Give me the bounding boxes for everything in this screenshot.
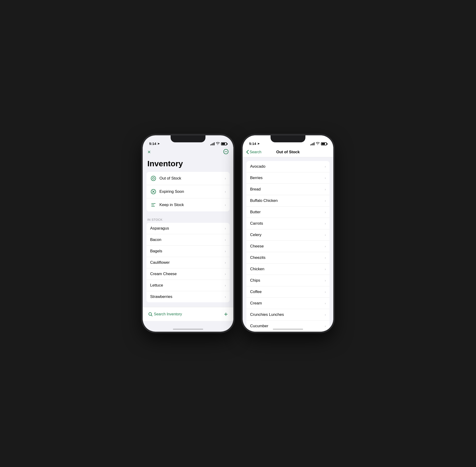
oos-item[interactable]: Crunchies Lunches › [246,309,330,321]
category-out-of-stock[interactable]: Out of Stock › [146,172,230,185]
chevron-icon: › [225,295,226,298]
chevron-icon: › [325,290,326,294]
in-stock-section: Asparagus › Bacon › Bagels › Cauliflower… [146,223,230,302]
chevron-icon: › [225,177,226,180]
svg-point-1 [225,151,225,152]
svg-point-4 [151,176,156,181]
home-indicator [173,329,203,330]
oos-item[interactable]: Buffalo Chicken › [246,195,330,207]
oos-item[interactable]: Butter › [246,207,330,218]
chevron-icon: › [225,190,226,194]
chevron-icon: › [325,222,326,225]
svg-point-2 [226,151,226,152]
chevron-icon: › [225,203,226,207]
left-status-bar: 5:14 ➤ [143,135,233,147]
out-of-stock-icon [150,175,157,182]
more-button[interactable] [223,149,229,155]
oos-item[interactable]: Celery › [246,229,330,241]
wifi-icon [216,142,220,146]
search-inventory-button[interactable]: Search Inventory [148,312,182,316]
chevron-icon: › [325,313,326,317]
oos-item[interactable]: Chips › [246,275,330,286]
oos-item-label: Cheese [250,244,325,249]
signal-bars [310,143,314,145]
oos-item[interactable]: Chicken › [246,263,330,275]
oos-item[interactable]: Carrots › [246,218,330,229]
category-keep-in-stock[interactable]: Keep in Stock › [146,198,230,211]
bottom-bar: Search Inventory + [143,307,233,321]
back-button[interactable]: Search [246,150,262,154]
item-label: Cauliflower [150,260,225,265]
oos-item-label: Carrots [250,221,325,226]
add-button[interactable]: + [224,311,228,318]
page-title: Out of Stock [276,150,300,155]
oos-item[interactable]: Cucumber › [246,321,330,332]
oos-list: Avocado › Berries › Bread › Buffalo Chic… [246,161,330,332]
location-icon: ➤ [157,142,160,145]
chevron-icon: › [225,272,226,276]
chevron-icon: › [225,261,226,264]
svg-point-13 [149,312,151,315]
oos-item-label: Butter [250,210,325,214]
category-expiring-soon[interactable]: Expiring Soon › [146,185,230,198]
oos-item-label: Coffee [250,290,325,294]
oos-item-label: Berries [250,176,325,180]
oos-item-label: Cheezits [250,255,325,260]
out-of-stock-label: Out of Stock [159,176,225,181]
keep-in-stock-label: Keep in Stock [159,203,225,207]
list-item[interactable]: Cream Cheese › [146,268,230,280]
item-label: Asparagus [150,226,225,231]
location-icon: ➤ [257,142,260,145]
right-status-time: 5:14 ➤ [249,142,260,146]
battery-icon [321,142,327,145]
chevron-icon: › [325,267,326,271]
chevron-icon: › [325,210,326,214]
list-item[interactable]: Strawberries › [146,291,230,302]
chevron-icon: › [225,284,226,287]
left-status-time: 5:14 ➤ [149,142,160,146]
oos-list-container[interactable]: Avocado › Berries › Bread › Buffalo Chic… [243,157,333,332]
list-item[interactable]: Bacon › [146,234,230,246]
list-item[interactable]: Lettuce › [146,280,230,291]
left-phone: 5:14 ➤ ✕ [143,135,233,332]
item-label: Cream Cheese [150,272,225,276]
chevron-icon: › [325,324,326,328]
oos-item[interactable]: Avocado › [246,161,330,172]
oos-item[interactable]: Cream › [246,298,330,309]
right-status-icons [310,142,327,146]
close-button[interactable]: ✕ [147,150,151,155]
oos-item-label: Cream [250,301,325,306]
list-item[interactable]: Bagels › [146,246,230,257]
oos-item-label: Bread [250,187,325,192]
chevron-icon: › [325,176,326,180]
left-nav-bar: ✕ [143,147,233,157]
right-status-bar: 5:14 ➤ [243,135,333,147]
svg-point-5 [152,177,154,179]
oos-item[interactable]: Cheese › [246,241,330,252]
chevron-icon: › [225,238,226,242]
wifi-icon [316,142,320,146]
chevron-icon: › [325,245,326,248]
chevron-icon: › [225,249,226,253]
oos-item-label: Avocado [250,164,325,169]
signal-bars [210,143,214,145]
list-item[interactable]: Asparagus › [146,223,230,234]
chevron-icon: › [325,233,326,237]
list-item[interactable]: Cauliflower › [146,257,230,268]
oos-item[interactable]: Berries › [246,172,330,184]
chevron-icon: › [325,279,326,282]
right-phone: 5:14 ➤ [243,135,333,332]
oos-item-label: Buffalo Chicken [250,198,325,203]
oos-item[interactable]: Cheezits › [246,252,330,263]
categories-section: Out of Stock › Expiring Soon › [146,172,230,211]
item-label: Bacon [150,237,225,242]
left-status-icons [210,142,227,146]
oos-item[interactable]: Bread › [246,184,330,195]
item-label: Strawberries [150,294,225,299]
expiring-soon-label: Expiring Soon [159,189,225,194]
keep-in-stock-icon [150,202,157,208]
oos-item-label: Chicken [250,267,325,272]
oos-item-label: Cucumber [250,324,325,328]
oos-item[interactable]: Coffee › [246,286,330,298]
battery-icon [221,142,227,145]
